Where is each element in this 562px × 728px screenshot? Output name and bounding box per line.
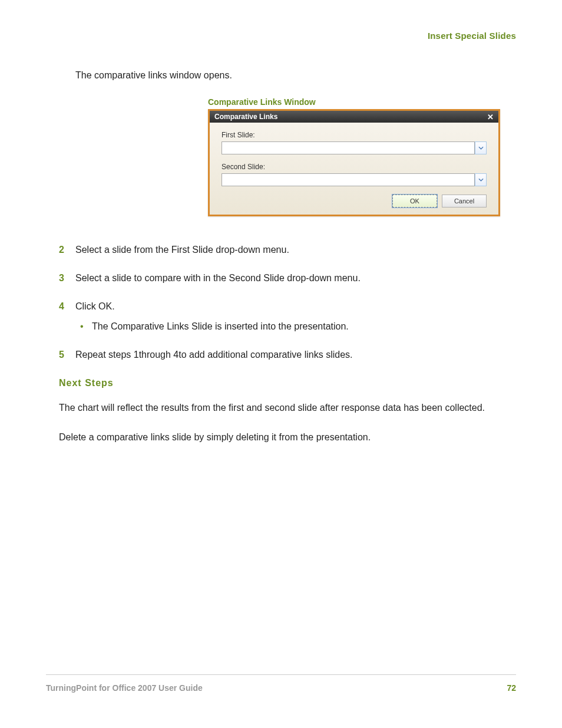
first-slide-label: First Slide: xyxy=(222,131,487,139)
second-slide-combo[interactable] xyxy=(222,173,487,186)
step-number: 5 xyxy=(59,350,75,360)
step-text: Click OK. xyxy=(75,301,115,312)
step-text: Select a slide to compare with in the Se… xyxy=(75,273,361,284)
chevron-down-icon[interactable] xyxy=(475,173,487,186)
step-4-bullet: • The Comparative Links Slide is inserte… xyxy=(80,321,516,332)
second-slide-label: Second Slide: xyxy=(222,163,487,171)
page-footer: TurningPoint for Office 2007 User Guide … xyxy=(46,674,516,693)
dialog-body: First Slide: Second Slide: OK Cancel xyxy=(210,123,498,215)
step-number: 4 xyxy=(59,301,75,312)
step-3: 3 Select a slide to compare with in the … xyxy=(59,273,516,284)
step-2: 2 Select a slide from the First Slide dr… xyxy=(59,245,516,255)
intro-text: The comparative links window opens. xyxy=(75,70,516,81)
bullet-text: The Comparative Links Slide is inserted … xyxy=(92,321,349,332)
dialog-title: Comparative Links xyxy=(214,113,277,121)
first-slide-combo[interactable] xyxy=(222,141,487,154)
next-steps-heading: Next Steps xyxy=(59,378,516,388)
bullet-icon: • xyxy=(80,321,92,332)
second-slide-input[interactable] xyxy=(222,173,475,186)
page-number: 72 xyxy=(507,683,516,693)
dialog-titlebar: Comparative Links ✕ xyxy=(210,111,498,123)
step-number: 2 xyxy=(59,245,75,255)
step-text: Select a slide from the First Slide drop… xyxy=(75,245,289,255)
chevron-down-icon[interactable] xyxy=(475,141,487,154)
step-4: 4 Click OK. xyxy=(59,301,516,312)
cancel-button[interactable]: Cancel xyxy=(442,195,487,207)
step-5: 5 Repeat steps 1through 4to add addition… xyxy=(59,350,516,360)
footer-guide-title: TurningPoint for Office 2007 User Guide xyxy=(46,683,203,693)
first-slide-input[interactable] xyxy=(222,141,475,154)
paragraph-2: Delete a comparative links slide by simp… xyxy=(59,431,516,444)
ok-button[interactable]: OK xyxy=(392,195,437,207)
figure-caption: Comparative Links Window xyxy=(208,97,516,107)
step-number: 3 xyxy=(59,273,75,284)
close-icon[interactable]: ✕ xyxy=(487,113,494,121)
comparative-links-dialog: Comparative Links ✕ First Slide: Second … xyxy=(208,109,500,216)
paragraph-1: The chart will reflect the results from … xyxy=(59,401,516,414)
step-text: Repeat steps 1through 4to add additional… xyxy=(75,350,353,360)
section-header: Insert Special Slides xyxy=(46,31,516,41)
dialog-button-row: OK Cancel xyxy=(222,195,487,207)
